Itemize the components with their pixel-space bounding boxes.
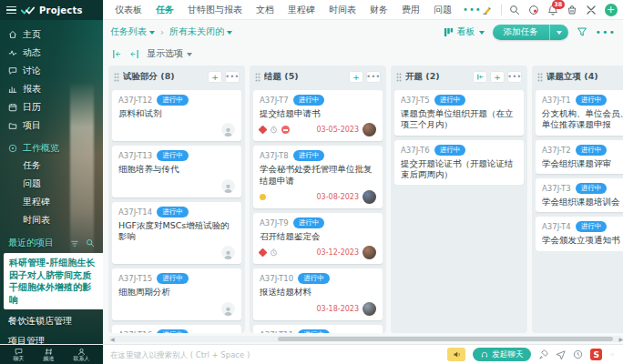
- drag-handle-icon[interactable]: [255, 73, 260, 82]
- tabs-more-button[interactable]: •••: [463, 5, 482, 15]
- task-list-dropdown[interactable]: 任务列表: [110, 25, 155, 38]
- task-card-A37J-T16[interactable]: A37J-T16进行中Western blot检测: [112, 325, 241, 333]
- sidebar-item-项目[interactable]: 项目: [0, 116, 103, 135]
- people-search-input[interactable]: [110, 350, 440, 359]
- task-card-A37J-T7[interactable]: A37J-T7进行中提交结题申请书03-05-2023: [253, 90, 383, 141]
- dock-tab-聊天[interactable]: 聊天: [14, 348, 25, 362]
- expand-all-columns-icon[interactable]: [112, 49, 122, 59]
- assignee-avatar[interactable]: [363, 302, 376, 316]
- assignee-avatar-placeholder[interactable]: [221, 123, 235, 136]
- scrollbar-thumb[interactable]: [278, 337, 612, 341]
- sidebar-item-讨论[interactable]: 讨论: [0, 62, 103, 80]
- recent-project-selected[interactable]: 科研管理-肝细胞生长因子对人脐带间充质干细胞体外增殖的影响: [4, 253, 103, 309]
- tab-财务[interactable]: 财务: [370, 4, 388, 16]
- sidebar-item-日历[interactable]: 日历: [0, 98, 103, 116]
- sort-icon[interactable]: [70, 238, 79, 248]
- work-subitem-问题[interactable]: 问题: [0, 175, 103, 193]
- task-card-A37J-T14[interactable]: A37J-T14进行中HGF浓度对MSCs增殖试验的影响: [112, 202, 241, 265]
- assignee-avatar[interactable]: [363, 123, 376, 136]
- task-card-A37J-T13[interactable]: A37J-T13进行中细胞培养与传代: [112, 146, 241, 197]
- send-icon[interactable]: [556, 349, 566, 359]
- task-card-A37J-T12[interactable]: A37J-T12进行中原料和试剂: [112, 90, 241, 141]
- hamburger-menu-icon[interactable]: [6, 6, 16, 14]
- dock-tab-联系人[interactable]: 联系人: [74, 348, 90, 362]
- view-switch-kanban[interactable]: 看板: [444, 25, 485, 38]
- add-card-button[interactable]: +: [490, 71, 505, 83]
- drag-handle-icon[interactable]: [537, 73, 543, 82]
- column-more-button[interactable]: •••: [366, 71, 381, 83]
- assignee-avatar[interactable]: [363, 190, 376, 204]
- assignee-avatar[interactable]: [363, 246, 376, 259]
- salesiq-icon[interactable]: S: [590, 349, 602, 360]
- start-chat-button[interactable]: 发起聊天: [473, 348, 531, 361]
- task-card-A37J-T4[interactable]: A37J-T4进行中学会颁发立项通知书: [536, 217, 623, 250]
- tab-仪表板[interactable]: 仪表板: [115, 4, 142, 16]
- work-subitem-时间表[interactable]: 时间表: [0, 211, 103, 229]
- app-logo-text[interactable]: Projects: [39, 5, 83, 15]
- signature-pen-icon[interactable]: [482, 4, 494, 15]
- sidebar-section-work-overview[interactable]: 工作概览: [0, 135, 103, 157]
- add-task-split-button[interactable]: 添加任务: [493, 25, 568, 40]
- dock-tab-频道[interactable]: 频道: [44, 348, 55, 362]
- column-more-button[interactable]: •••: [507, 71, 522, 83]
- rocket-icon[interactable]: [538, 349, 548, 359]
- column-title: 结题 (5): [264, 71, 299, 83]
- tab-甘特图与报表[interactable]: 甘特图与报表: [188, 4, 242, 16]
- task-card-A37J-T8[interactable]: A37J-T8进行中学会秘书处委托管理单位批复结题申请03-08-2023: [253, 146, 383, 208]
- sidebar-item-主页[interactable]: 主页: [0, 25, 103, 44]
- tab-里程碑[interactable]: 里程碑: [288, 4, 315, 16]
- task-card-A37J-T15[interactable]: A37J-T15进行中细胞周期分析: [112, 268, 241, 319]
- add-card-button[interactable]: +: [349, 71, 363, 83]
- board-more-button[interactable]: •••: [596, 26, 616, 38]
- assignee-avatar-placeholder[interactable]: [221, 179, 235, 193]
- horizontal-scrollbar[interactable]: ◀ ▶: [108, 336, 623, 342]
- task-card-A37J-T9[interactable]: A37J-T9进行中召开结题鉴定会03-12-2023: [253, 213, 383, 264]
- collapse-all-columns-icon[interactable]: [129, 49, 139, 59]
- status-badge: 进行中: [293, 95, 325, 106]
- work-overview-subitems: 任务问题里程碑时间表: [0, 157, 103, 229]
- work-subitem-里程碑[interactable]: 里程碑: [0, 193, 103, 211]
- resize-grip-icon[interactable]: ⁘: [609, 351, 616, 359]
- task-card-A37J-T11[interactable]: A37J-T11进行中中国教育协会批复结题，颁发结题证书: [253, 325, 383, 333]
- sidebar-item-动态[interactable]: 动态: [0, 44, 103, 62]
- quick-add-button[interactable]: +: [605, 4, 618, 16]
- add-task-button[interactable]: 添加任务: [493, 25, 549, 40]
- task-card-A37J-T3[interactable]: A37J-T3进行中学会组织课题培训会: [536, 178, 623, 212]
- column-more-button[interactable]: •••: [225, 71, 240, 83]
- task-card-A37J-T10[interactable]: A37J-T10进行中报送结题材料03-18-2023: [253, 268, 383, 319]
- search-icon[interactable]: [86, 238, 95, 248]
- task-card-A37J-T2[interactable]: A37J-T2进行中学会组织课题评审: [536, 140, 623, 174]
- notifications-bell-icon[interactable]: 38: [547, 4, 559, 15]
- task-card-A37J-T1[interactable]: A37J-T1进行中分支机构、单位会员、地区等单位推荐课题申报: [536, 90, 623, 136]
- record-icon[interactable]: [528, 4, 540, 15]
- help-clock-icon[interactable]: [573, 349, 583, 359]
- scroll-left-arrow[interactable]: ◀: [110, 336, 115, 342]
- assignee-avatar-placeholder[interactable]: [221, 246, 235, 259]
- tools-icon[interactable]: [586, 4, 597, 15]
- filter-dropdown[interactable]: 所有未关闭的: [169, 25, 232, 38]
- tab-时间表[interactable]: 时间表: [329, 4, 356, 16]
- recent-project[interactable]: 项目管理: [0, 331, 103, 345]
- assignee-avatar-placeholder[interactable]: [221, 302, 235, 316]
- task-card-A37J-T5[interactable]: A37J-T5进行中课题负责单位组织开题（在立项三个月内）: [394, 90, 524, 136]
- collapse-column-button[interactable]: [473, 71, 487, 83]
- recent-project[interactable]: 餐饮连锁店管理: [0, 311, 103, 331]
- tab-任务[interactable]: 任务: [156, 4, 174, 16]
- announcement-speaker-icon[interactable]: [447, 348, 465, 361]
- work-subitem-任务[interactable]: 任务: [0, 157, 103, 175]
- drag-handle-icon[interactable]: [396, 73, 402, 82]
- filter-funnel-icon[interactable]: [577, 26, 587, 37]
- tab-文档[interactable]: 文档: [256, 4, 274, 16]
- task-card-A37J-T6[interactable]: A37J-T6进行中提交开题论证书（开题论证结束后两周内）: [394, 140, 524, 186]
- display-options-dropdown[interactable]: 显示选项: [147, 47, 192, 60]
- tab-费用[interactable]: 费用: [402, 4, 420, 16]
- scroll-right-arrow[interactable]: ▶: [618, 336, 623, 342]
- drag-handle-icon[interactable]: [114, 73, 119, 82]
- add-task-dropdown-caret[interactable]: [549, 25, 568, 40]
- tab-问题[interactable]: 问题: [434, 4, 452, 16]
- due-date: 03-05-2023: [317, 126, 360, 134]
- sidebar-item-报表[interactable]: 报表: [0, 80, 103, 98]
- search-icon[interactable]: [509, 4, 521, 15]
- marketplace-bag-icon[interactable]: [567, 4, 578, 15]
- add-card-button[interactable]: +: [208, 71, 222, 83]
